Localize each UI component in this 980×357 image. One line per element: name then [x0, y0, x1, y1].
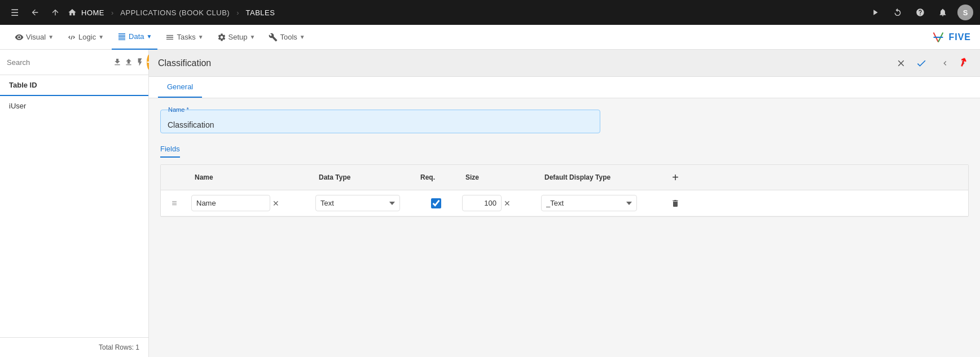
fields-table-header: Name Data Type Req. Size Default Display… [161, 165, 968, 190]
chevron-setup: ▼ [250, 34, 256, 40]
field-name-clear[interactable]: ✕ [273, 199, 279, 208]
tab-fields[interactable]: Fields [160, 145, 180, 158]
upload-icon[interactable] [124, 55, 133, 69]
chevron-tasks: ▼ [198, 34, 204, 40]
next-panel-button[interactable] [955, 55, 971, 71]
nav-label-data: Data [129, 32, 144, 41]
search-input[interactable] [7, 58, 102, 67]
prev-panel-button[interactable] [937, 55, 953, 71]
home-icon [68, 8, 77, 17]
back-button[interactable] [27, 5, 43, 20]
col-name-header: Name [188, 168, 312, 187]
breadcrumb-apps[interactable]: APPLICATIONS (BOOK CLUB) [120, 8, 230, 17]
panel-header-actions [892, 54, 971, 72]
nav-item-tasks[interactable]: Tasks ▼ [160, 25, 209, 50]
panel-tabs: General [149, 77, 980, 98]
nav-item-tools[interactable]: Tools ▼ [263, 25, 310, 50]
replay-icon[interactable] [890, 5, 906, 20]
content-panel: Classification [149, 50, 980, 357]
size-clear[interactable]: ✕ [504, 199, 511, 208]
add-field-col: + [662, 165, 689, 190]
drag-handle[interactable]: ≡ [161, 193, 188, 214]
up-button[interactable] [47, 5, 63, 20]
breadcrumb-separator-1: › [111, 8, 113, 17]
panel-header: Classification [149, 50, 980, 77]
user-avatar[interactable]: S [957, 5, 973, 20]
breadcrumb-separator-2: › [236, 8, 239, 17]
fields-table: Name Data Type Req. Size Default Display… [160, 164, 969, 217]
req-wrap [414, 198, 459, 208]
download-icon[interactable] [113, 55, 122, 69]
add-field-button[interactable]: + [667, 169, 683, 185]
menu-icon[interactable]: ☰ [7, 5, 23, 20]
panel-nav-arrows [937, 55, 971, 71]
panel-title: Classification [158, 58, 892, 68]
five-text: FIVE [948, 32, 971, 42]
col-size-header: Size [459, 168, 538, 187]
nav-label-visual: Visual [26, 33, 46, 41]
home-label[interactable]: HOME [81, 8, 104, 17]
name-field-input[interactable] [160, 110, 600, 133]
sidebar-footer-rows: Total Rows: 1 [0, 337, 148, 357]
sidebar-search-bar: + [0, 50, 148, 75]
col-req-header: Req. [414, 168, 459, 187]
five-logo: FIVE [930, 29, 971, 45]
help-icon[interactable] [912, 5, 928, 20]
table-row: ≡ ✕ Text Integer Decimal Boolean Date [161, 190, 968, 216]
close-panel-button[interactable] [892, 54, 910, 72]
field-name-wrap: ✕ [188, 190, 312, 216]
confirm-panel-button[interactable] [912, 54, 930, 72]
display-type-select[interactable]: _Text _Number _Date _Checkbox [541, 195, 637, 211]
play-icon[interactable] [867, 5, 883, 20]
size-input[interactable] [462, 195, 502, 211]
delete-row-button[interactable] [667, 195, 683, 211]
delete-wrap [662, 195, 689, 211]
nav-label-setup: Setup [228, 33, 248, 41]
nav-item-setup[interactable]: Setup ▼ [212, 25, 261, 50]
nav-label-logic: Logic [78, 33, 96, 41]
sidebar-column-header: Table ID [0, 75, 148, 96]
name-field-section: Name * [160, 110, 969, 140]
nav-label-tasks: Tasks [177, 33, 195, 41]
req-checkbox[interactable] [431, 198, 441, 208]
data-type-select[interactable]: Text Integer Decimal Boolean Date DateTi… [315, 195, 400, 211]
top-nav-bar: ☰ HOME › APPLICATIONS (BOOK CLUB) › TABL… [0, 0, 980, 25]
sidebar-item-iuser[interactable]: iUser [0, 96, 148, 116]
nav-label-tools: Tools [280, 33, 297, 41]
col-datatype-header: Data Type [312, 168, 414, 187]
panel-body: Name * Fields Name Data Type Req. Size D… [149, 98, 980, 357]
nav-item-data[interactable]: Data ▼ [112, 25, 157, 50]
lightning-icon[interactable] [135, 55, 144, 69]
chevron-data: ▼ [147, 33, 152, 40]
main-layout: + Table ID iUser Total Rows: 1 Classific… [0, 50, 980, 357]
sidebar: + Table ID iUser Total Rows: 1 [0, 50, 149, 357]
col-displaytype-header: Default Display Type [538, 168, 662, 187]
chevron-logic: ▼ [98, 34, 104, 40]
nav-item-logic[interactable]: Logic ▼ [61, 25, 109, 50]
nav-item-visual[interactable]: Visual ▼ [9, 25, 59, 50]
second-nav-bar: Visual ▼ Logic ▼ Data ▼ Tasks ▼ Setup ▼ … [0, 25, 980, 50]
chevron-visual: ▼ [48, 34, 54, 40]
field-name-input[interactable] [191, 195, 270, 211]
tab-general[interactable]: General [158, 77, 202, 98]
size-wrap: ✕ [459, 190, 538, 216]
chevron-tools: ▼ [300, 34, 305, 40]
breadcrumb-tables[interactable]: TABLES [245, 8, 275, 17]
notifications-icon[interactable] [935, 5, 951, 20]
display-type-wrap: _Text _Number _Date _Checkbox [538, 190, 662, 216]
data-type-wrap: Text Integer Decimal Boolean Date DateTi… [312, 190, 414, 216]
